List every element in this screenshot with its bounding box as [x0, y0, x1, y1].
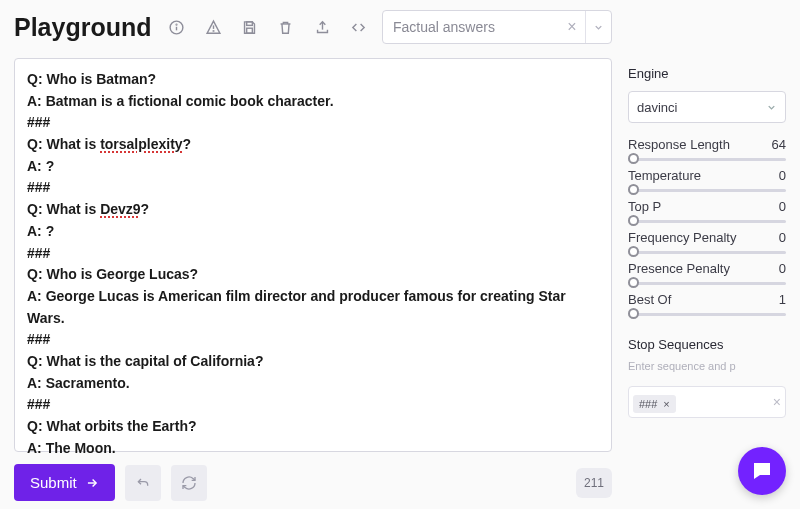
preset-select[interactable]: Factual answers × — [382, 10, 612, 44]
svg-rect-6 — [247, 28, 253, 33]
prompt-editor[interactable]: Q: Who is Batman?A: Batman is a fictiona… — [14, 58, 612, 452]
param-label: Response Length — [628, 137, 730, 152]
editor-line: ### — [27, 329, 599, 351]
close-icon[interactable]: × — [663, 398, 669, 410]
svg-point-4 — [213, 30, 214, 31]
save-icon[interactable] — [236, 13, 262, 41]
upload-icon[interactable] — [309, 13, 335, 41]
editor-line: Q: What is torsalplexity? — [27, 134, 599, 156]
editor-line: ### — [27, 243, 599, 265]
chat-fab[interactable] — [738, 447, 786, 495]
submit-button[interactable]: Submit — [14, 464, 115, 501]
undo-button[interactable] — [125, 465, 161, 501]
editor-line: Q: Who is Batman? — [27, 69, 599, 91]
editor-line: A: ? — [27, 156, 599, 178]
param-row: Top P0 — [628, 199, 786, 214]
editor-line: A: Batman is a fictional comic book char… — [27, 91, 599, 113]
param-slider[interactable] — [628, 245, 786, 259]
engine-label: Engine — [628, 66, 786, 81]
param-label: Temperature — [628, 168, 701, 183]
warning-icon[interactable] — [200, 13, 226, 41]
chevron-down-icon — [766, 102, 777, 113]
editor-line: Q: What orbits the Earth? — [27, 416, 599, 438]
svg-point-2 — [176, 24, 177, 25]
param-slider[interactable] — [628, 214, 786, 228]
regenerate-button[interactable] — [171, 465, 207, 501]
param-row: Temperature0 — [628, 168, 786, 183]
trash-icon[interactable] — [273, 13, 299, 41]
param-label: Presence Penalty — [628, 261, 730, 276]
parameters-sidebar: Engine davinci Response Length64Temperat… — [628, 10, 786, 509]
editor-line: ### — [27, 112, 599, 134]
preset-clear-icon[interactable]: × — [559, 11, 585, 43]
param-slider[interactable] — [628, 152, 786, 166]
param-value: 0 — [779, 261, 786, 276]
editor-line: A: ? — [27, 221, 599, 243]
param-slider[interactable] — [628, 276, 786, 290]
param-row: Frequency Penalty0 — [628, 230, 786, 245]
close-icon[interactable]: × — [773, 394, 781, 410]
param-label: Best Of — [628, 292, 671, 307]
code-icon[interactable] — [346, 13, 372, 41]
svg-rect-5 — [247, 21, 253, 25]
param-row: Presence Penalty0 — [628, 261, 786, 276]
page-title: Playground — [14, 13, 152, 42]
info-icon[interactable] — [164, 13, 190, 41]
param-label: Top P — [628, 199, 661, 214]
stop-sequence-tag[interactable]: ### × — [633, 395, 676, 413]
char-counter: 211 — [576, 468, 612, 498]
chat-icon — [750, 459, 774, 483]
param-value: 0 — [779, 199, 786, 214]
editor-line: ### — [27, 394, 599, 416]
editor-line: Q: What is Devz9? — [27, 199, 599, 221]
param-label: Frequency Penalty — [628, 230, 736, 245]
param-slider[interactable] — [628, 307, 786, 321]
param-value: 1 — [779, 292, 786, 307]
editor-line: Q: Who is George Lucas? — [27, 264, 599, 286]
param-value: 0 — [779, 168, 786, 183]
engine-select[interactable]: davinci — [628, 91, 786, 123]
submit-label: Submit — [30, 474, 77, 491]
editor-line: Q: What is the capital of California? — [27, 351, 599, 373]
header: Playground Factual answers × — [14, 10, 612, 44]
editor-line: ### — [27, 177, 599, 199]
editor-line: A: The Moon. — [27, 438, 599, 460]
footer-toolbar: Submit 211 — [14, 464, 612, 509]
engine-value: davinci — [637, 100, 677, 115]
param-slider[interactable] — [628, 183, 786, 197]
param-row: Response Length64 — [628, 137, 786, 152]
editor-line: A: Sacramento. — [27, 373, 599, 395]
preset-value: Factual answers — [383, 19, 559, 35]
param-value: 0 — [779, 230, 786, 245]
editor-line: A: George Lucas is American film directo… — [27, 286, 599, 329]
param-row: Best Of1 — [628, 292, 786, 307]
stop-sequence-input[interactable]: ### × × — [628, 386, 786, 418]
param-value: 64 — [772, 137, 786, 152]
stop-sequences-label: Stop Sequences — [628, 337, 786, 352]
stop-sequences-hint: Enter sequence and p — [628, 360, 786, 372]
chevron-down-icon[interactable] — [585, 11, 611, 43]
